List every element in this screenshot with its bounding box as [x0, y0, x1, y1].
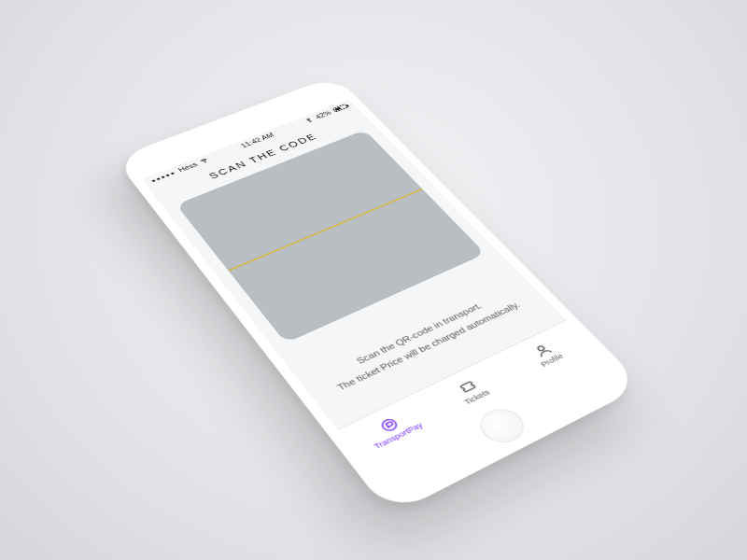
battery-fill: [334, 107, 341, 111]
bluetooth-icon: [303, 117, 315, 124]
battery-icon: [332, 104, 348, 112]
wifi-icon: [198, 157, 209, 164]
battery-percent-label: 42%: [314, 109, 332, 119]
screen: ●●●●● Hess 11:42 AM 42%: [142, 100, 599, 468]
carrier-label: Hess: [176, 161, 198, 174]
status-time: 11:42 AM: [239, 132, 275, 148]
signal-dots-icon: ●●●●●: [149, 170, 176, 183]
scan-line: [228, 189, 423, 272]
tab-bar: TransportPay Tickets: [337, 320, 598, 468]
scan-viewport[interactable]: [176, 130, 486, 343]
svg-point-1: [380, 417, 399, 432]
phone-frame: ●●●●● Hess 11:42 AM 42%: [114, 76, 643, 516]
svg-point-2: [536, 345, 544, 351]
svg-point-0: [204, 161, 205, 162]
